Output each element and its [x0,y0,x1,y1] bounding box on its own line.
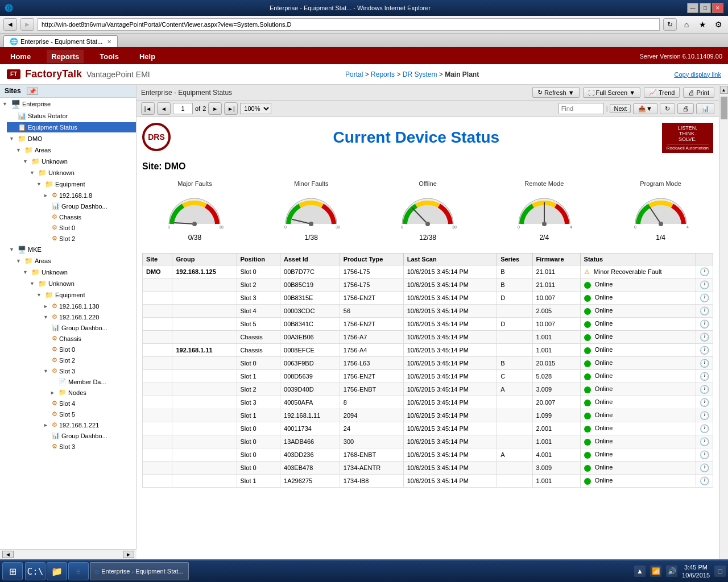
cell-last-scan: 10/6/2015 3:45:14 PM [403,422,497,435]
history-icon[interactable]: 🕐 [700,398,709,407]
page-number-input[interactable] [173,103,193,114]
fullscreen-button[interactable]: ⛶ Full Screen ▼ [583,88,641,98]
nav-print-btn[interactable]: 🖨 [677,103,694,114]
cell-site [143,435,172,448]
cell-site [143,292,172,305]
breadcrumb-reports[interactable]: Reports [371,70,395,78]
report-content[interactable]: DRS Current Device Status LISTEN. THINK.… [136,117,719,577]
v-scroll-up-btn[interactable]: ▲ [720,86,728,94]
history-icon[interactable]: 🕐 [700,372,709,381]
page-prev-btn[interactable]: ◄ [157,102,171,115]
history-icon[interactable]: 🕐 [700,332,709,342]
expand-icon-e1: ▼ [36,181,43,187]
page-last-btn[interactable]: ►| [224,102,238,115]
find-next-btn[interactable]: Next [610,104,631,113]
history-icon[interactable]: 🕐 [700,450,709,459]
history-icon[interactable]: 🕐 [700,319,709,329]
favorites-icon[interactable]: ★ [696,18,709,31]
tree-label-unknown-1: Unknown [42,158,68,165]
cell-series: B [497,357,532,370]
nav-refresh-btn[interactable]: ↻ [660,103,675,114]
page-first-btn[interactable]: |◄ [141,102,155,115]
v-scroll-thumb[interactable] [721,97,727,119]
gauge-program-mode-title: Program Mode [630,180,692,187]
taskbar-cmd[interactable]: C:\ [25,562,46,580]
export-btn[interactable]: 📤▼ [633,103,657,114]
history-icon[interactable]: 🕐 [700,359,709,368]
taskbar-ie[interactable]: e [68,562,89,580]
refresh-nav-btn[interactable]: ↻ [663,18,677,31]
sidebar-scroll-left[interactable]: ◄ [2,551,14,558]
history-icon[interactable]: 🕐 [700,346,709,355]
nav-reports[interactable]: Reports [47,50,84,63]
sidebar-pin-btn[interactable]: 📌 [27,88,38,95]
history-icon[interactable]: 🕐 [700,411,709,420]
maximize-btn[interactable]: □ [700,3,711,13]
trend-button[interactable]: 📈 Trend [644,87,680,98]
tray-time[interactable]: 3:45 PM 10/6/2015 [682,563,710,580]
active-tab[interactable]: 🌐 Enterprise - Equipment Stat... ✕ [3,35,118,47]
tree-item-row-dmo[interactable]: ▼ 📁 DMO [7,134,136,144]
cell-series [497,344,532,357]
history-icon[interactable]: 🕐 [700,437,709,446]
find-input[interactable] [559,103,604,114]
v-scrollbar[interactable]: ▲ ▼ [719,85,728,582]
page-next-btn[interactable]: ► [208,102,222,115]
nav-tools[interactable]: Tools [95,50,123,63]
address-bar[interactable] [38,18,660,31]
forward-button[interactable]: ► [20,18,34,31]
history-icon[interactable]: 🕐 [700,293,709,302]
copy-display-link[interactable]: Copy display link [674,71,721,78]
taskbar-tray: ▲ 📶 🔊 3:45 PM 10/6/2015 □ [634,563,726,580]
gauge-program-mode: Program Mode 0 4 [630,180,692,242]
taskbar-explorer[interactable]: 📁 [47,562,67,580]
nav-report-btn[interactable]: 📊 [696,103,714,114]
zoom-select[interactable]: 100% 50% 75% 125% 150% [240,103,271,114]
history-icon[interactable]: 🕐 [700,306,709,315]
tray-time-value: 3:45 PM [682,563,710,571]
history-icon[interactable]: 🕐 [700,463,709,472]
breadcrumb-dr-system[interactable]: DR System [403,70,437,78]
refresh-dropdown-icon: ▼ [568,89,574,96]
cell-product-type: 1756-A4 [340,344,403,357]
expand-icon-u1: ▼ [23,159,30,164]
tree-item-row-status-rotator[interactable]: 📊 Status Rotator [7,111,136,121]
cell-site [143,462,172,475]
tray-network-icon[interactable]: 📶 [650,566,661,577]
history-icon[interactable]: 🕐 [700,267,709,276]
cell-group: 192.168.1.125 [172,265,237,278]
refresh-button[interactable]: ↻ Refresh ▼ [532,87,579,98]
history-icon[interactable]: 🕐 [700,385,709,394]
tray-show-desktop[interactable]: □ [714,566,726,577]
tray-icon-1[interactable]: ▲ [634,566,646,577]
breadcrumb-portal[interactable]: Portal [345,70,363,78]
tree-mke: ▼ 🖥️ MKE [0,244,136,255]
v-scroll-track[interactable] [720,94,728,577]
cell-history: 🕐 [696,462,713,475]
tray-sound-icon[interactable]: 🔊 [666,566,677,577]
tree-mke-slot5-icon: ⚙ [52,410,57,418]
report-main-title: Current Device Status [171,123,662,152]
tree-item-row-enterprise[interactable]: ▼ 🖥️ Enterprise [0,98,136,110]
nav-home[interactable]: Home [6,50,35,63]
start-button[interactable]: ⊞ [2,562,23,580]
back-button[interactable]: ◄ [3,18,17,31]
data-table: Site Group Position Asset Id Product Typ… [142,253,713,488]
tree-label-mke-equip: Equipment [55,292,85,298]
close-btn[interactable]: ✕ [712,3,723,13]
cell-asset-id: 00003CDC [280,305,340,318]
print-button[interactable]: 🖨 Print [683,88,714,98]
history-icon[interactable]: 🕐 [700,280,709,289]
col-series: Series [497,253,532,265]
tree-item-row-equipment-status[interactable]: 📋 Equipment Status [7,122,136,132]
tab-close-btn[interactable]: ✕ [107,39,111,45]
history-icon[interactable]: 🕐 [700,424,709,433]
home-browser-icon[interactable]: ⌂ [680,18,693,31]
cell-product-type: 1768-ENBT [340,448,403,462]
nav-help[interactable]: Help [135,50,160,63]
taskbar-ie-window[interactable]: e Enterprise - Equipment Stat... [90,562,189,580]
minimize-btn[interactable]: — [687,3,698,13]
settings-browser-icon[interactable]: ⚙ [712,18,725,31]
history-icon[interactable]: 🕐 [700,476,709,485]
sidebar-scroll-right[interactable]: ► [123,551,134,558]
